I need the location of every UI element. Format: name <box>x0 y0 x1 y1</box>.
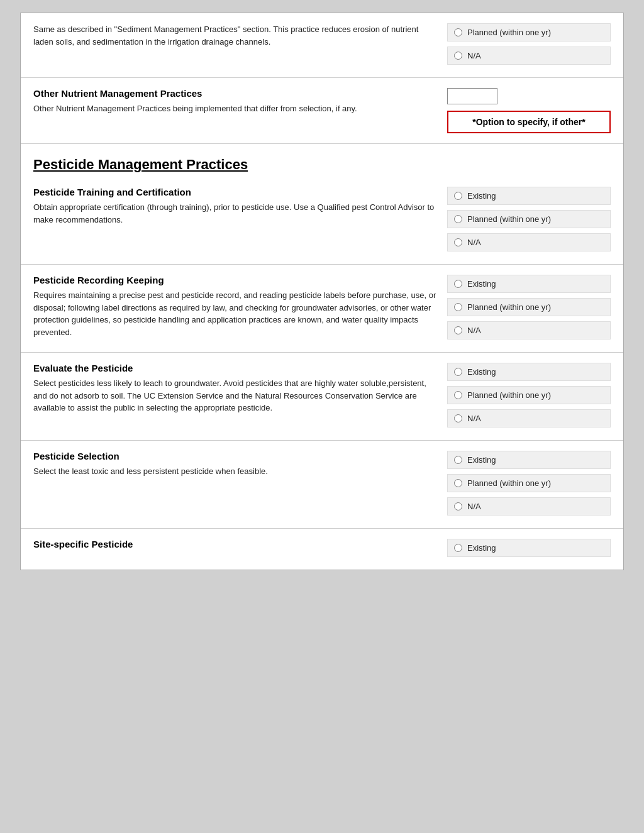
evaluate-planned-option[interactable]: Planned (within one yr) <box>447 386 611 404</box>
pesticide-training-left: Pesticide Training and Certification Obt… <box>33 187 437 254</box>
main-heading: Pesticide Management Practices <box>33 157 611 173</box>
recording-existing-radio[interactable] <box>454 280 462 288</box>
intro-na-label: N/A <box>467 51 481 60</box>
page-container: Same as described in "Sediment Managemen… <box>20 13 624 570</box>
intro-planned-option[interactable]: Planned (within one yr) <box>447 23 611 41</box>
evaluate-na-option[interactable]: N/A <box>447 409 611 428</box>
evaluate-existing-label: Existing <box>467 367 496 377</box>
pesticide-recording-section: Pesticide Recording Keeping Requires mai… <box>21 265 623 353</box>
nutrient-right: *Option to specify, if other* <box>447 88 611 133</box>
site-specific-existing-label: Existing <box>467 543 496 553</box>
training-planned-option[interactable]: Planned (within one yr) <box>447 210 611 228</box>
recording-existing-option[interactable]: Existing <box>447 275 611 293</box>
pesticide-selection-body: Select the least toxic and less persiste… <box>33 465 437 478</box>
pesticide-recording-body: Requires maintaining a precise pest and … <box>33 289 437 338</box>
other-nutrient-section: Other Nutrient Management Practices Othe… <box>21 78 623 144</box>
training-planned-radio[interactable] <box>454 215 462 223</box>
intro-na-option[interactable]: N/A <box>447 47 611 65</box>
evaluate-planned-label: Planned (within one yr) <box>467 390 551 400</box>
selection-existing-label: Existing <box>467 455 496 465</box>
recording-na-option[interactable]: N/A <box>447 321 611 339</box>
pesticide-training-title: Pesticide Training and Certification <box>33 187 437 197</box>
pesticide-selection-title: Pesticide Selection <box>33 451 437 461</box>
intro-left: Same as described in "Sediment Managemen… <box>33 23 437 67</box>
training-na-label: N/A <box>467 238 481 247</box>
pesticide-selection-left: Pesticide Selection Select the least tox… <box>33 451 437 518</box>
evaluate-pesticide-right: Existing Planned (within one yr) N/A <box>447 363 611 430</box>
training-existing-label: Existing <box>467 191 496 201</box>
evaluate-pesticide-title: Evaluate the Pesticide <box>33 363 437 373</box>
pesticide-training-right: Existing Planned (within one yr) N/A <box>447 187 611 254</box>
pesticide-selection-right: Existing Planned (within one yr) N/A <box>447 451 611 518</box>
pesticide-recording-left: Pesticide Recording Keeping Requires mai… <box>33 275 437 342</box>
recording-existing-label: Existing <box>467 279 496 289</box>
intro-na-radio[interactable] <box>454 52 462 60</box>
site-specific-title: Site-specific Pesticide <box>33 539 437 549</box>
pesticide-recording-title: Pesticide Recording Keeping <box>33 275 437 285</box>
intro-planned-radio[interactable] <box>454 28 462 36</box>
selection-existing-radio[interactable] <box>454 456 462 464</box>
evaluate-na-label: N/A <box>467 414 481 423</box>
other-nutrient-title: Other Nutrient Management Practices <box>33 88 437 99</box>
training-existing-radio[interactable] <box>454 192 462 200</box>
selection-na-radio[interactable] <box>454 502 462 510</box>
training-existing-option[interactable]: Existing <box>447 187 611 205</box>
pesticide-training-body: Obtain appropriate certification (throug… <box>33 201 437 226</box>
intro-section: Same as described in "Sediment Managemen… <box>21 13 623 78</box>
option-specify-box: *Option to specify, if other* <box>447 111 611 133</box>
recording-na-radio[interactable] <box>454 326 462 334</box>
site-specific-left: Site-specific Pesticide <box>33 539 437 560</box>
intro-planned-label: Planned (within one yr) <box>467 28 551 37</box>
training-na-radio[interactable] <box>454 238 462 246</box>
selection-planned-label: Planned (within one yr) <box>467 478 551 488</box>
selection-na-option[interactable]: N/A <box>447 497 611 516</box>
pesticide-recording-right: Existing Planned (within one yr) N/A <box>447 275 611 342</box>
evaluate-pesticide-section: Evaluate the Pesticide Select pesticides… <box>21 353 623 441</box>
training-planned-label: Planned (within one yr) <box>467 214 551 224</box>
evaluate-na-radio[interactable] <box>454 414 462 422</box>
selection-planned-radio[interactable] <box>454 479 462 487</box>
site-specific-right: Existing <box>447 539 611 560</box>
recording-na-label: N/A <box>467 326 481 335</box>
option-specify-label: *Option to specify, if other* <box>472 117 585 127</box>
pesticide-selection-section: Pesticide Selection Select the least tox… <box>21 441 623 529</box>
pesticide-heading-section: Pesticide Management Practices <box>21 144 623 173</box>
evaluate-pesticide-body: Select pesticides less likely to leach t… <box>33 377 437 414</box>
selection-planned-option[interactable]: Planned (within one yr) <box>447 474 611 492</box>
evaluate-planned-radio[interactable] <box>454 391 462 399</box>
evaluate-existing-option[interactable]: Existing <box>447 363 611 381</box>
recording-planned-label: Planned (within one yr) <box>467 302 551 312</box>
pesticide-training-section: Pesticide Training and Certification Obt… <box>21 177 623 265</box>
site-specific-existing-radio[interactable] <box>454 544 462 552</box>
selection-existing-option[interactable]: Existing <box>447 451 611 469</box>
evaluate-existing-radio[interactable] <box>454 368 462 376</box>
selection-na-label: N/A <box>467 502 481 511</box>
site-specific-section: Site-specific Pesticide Existing <box>21 529 623 570</box>
nutrient-left: Other Nutrient Management Practices Othe… <box>33 88 437 133</box>
training-na-option[interactable]: N/A <box>447 233 611 251</box>
evaluate-pesticide-left: Evaluate the Pesticide Select pesticides… <box>33 363 437 430</box>
other-nutrient-body: Other Nutrient Management Practices bein… <box>33 102 437 115</box>
other-nutrient-text-input[interactable] <box>447 88 497 104</box>
recording-planned-option[interactable]: Planned (within one yr) <box>447 298 611 316</box>
intro-body: Same as described in "Sediment Managemen… <box>33 23 437 48</box>
site-specific-existing-option[interactable]: Existing <box>447 539 611 557</box>
recording-planned-radio[interactable] <box>454 303 462 311</box>
intro-right: Planned (within one yr) N/A <box>447 23 611 67</box>
